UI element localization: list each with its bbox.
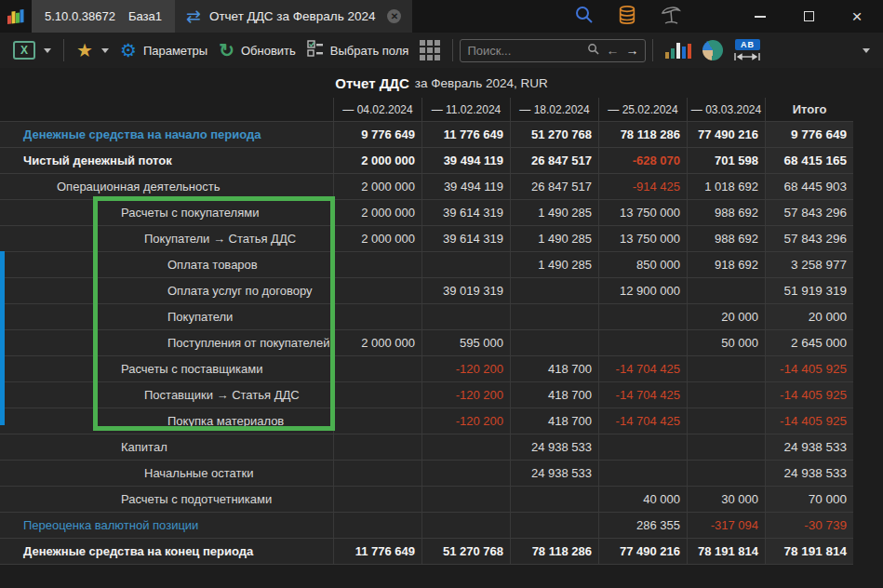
row-label[interactable]: Расчеты с покупателями — [0, 200, 333, 225]
row-label[interactable]: Расчеты с подотчетниками — [0, 487, 333, 512]
cell-value[interactable] — [510, 278, 598, 303]
search-prev-icon[interactable]: ← — [606, 44, 619, 57]
cell-value[interactable] — [333, 304, 421, 329]
cell-value[interactable] — [687, 434, 765, 460]
row-label[interactable]: Покупка материалов — [0, 408, 333, 434]
cell-value[interactable] — [421, 487, 510, 512]
row-label[interactable]: Переоценка валютной позиции — [0, 513, 333, 538]
table-row[interactable]: Покупатели → Статья ДДС2 000 00039 614 3… — [0, 226, 853, 252]
cell-value[interactable]: 286 355 — [598, 513, 687, 538]
cell-value[interactable]: 77 490 216 — [598, 539, 687, 564]
cell-value[interactable] — [687, 408, 765, 434]
cell-value[interactable] — [421, 304, 510, 329]
cell-value[interactable] — [333, 278, 421, 303]
table-row[interactable]: Поставщики → Статья ДДС-120 200418 700-1… — [0, 382, 853, 408]
cell-value[interactable]: 78 191 814 — [687, 539, 765, 564]
cell-value[interactable]: 24 938 533 — [510, 461, 598, 486]
cell-value[interactable]: 2 000 000 — [333, 174, 421, 199]
cell-value[interactable]: 20 000 — [687, 304, 765, 329]
database-icon[interactable] — [617, 5, 637, 29]
cell-value[interactable]: 40 000 — [598, 487, 687, 512]
row-label[interactable]: Чистый денежный поток — [0, 148, 333, 173]
table-row[interactable]: Расчеты с подотчетниками40 00030 00070 0… — [0, 487, 853, 513]
cell-value[interactable]: 2 000 000 — [333, 330, 421, 355]
cell-value[interactable]: 77 490 216 — [687, 122, 765, 147]
cell-value[interactable]: -14 704 425 — [598, 408, 687, 434]
table-row[interactable]: Расчеты с покупателями2 000 00039 614 31… — [0, 200, 853, 226]
cell-value[interactable] — [598, 330, 687, 355]
tab-close-icon[interactable]: ✕ — [387, 9, 401, 23]
cell-value[interactable]: 51 270 768 — [510, 122, 598, 147]
column-header[interactable]: — 25.02.2024 — [598, 98, 687, 121]
cell-value[interactable]: 68 415 165 — [765, 148, 853, 173]
row-label[interactable]: Покупатели — [0, 304, 333, 329]
cell-value[interactable]: 2 000 000 — [333, 200, 421, 225]
cell-value[interactable] — [510, 304, 598, 329]
cell-value[interactable]: 9 776 649 — [765, 122, 853, 147]
export-excel-button[interactable]: X — [7, 36, 57, 64]
cell-value[interactable]: 13 750 000 — [598, 200, 687, 225]
row-label[interactable]: Поставщики → Статья ДДС — [0, 382, 333, 408]
cell-value[interactable]: 1 490 285 — [510, 200, 598, 225]
layout-grid-button[interactable] — [414, 36, 446, 64]
row-label[interactable]: Оплата услуг по договору — [0, 278, 333, 303]
cell-value[interactable]: 20 000 — [765, 304, 853, 329]
cell-value[interactable]: 24 938 533 — [510, 434, 598, 460]
table-row[interactable]: Поступления от покупателей2 000 000595 0… — [0, 330, 853, 356]
cell-value[interactable]: 418 700 — [510, 382, 598, 408]
cell-value[interactable]: 9 776 649 — [333, 122, 421, 147]
cell-value[interactable]: 1 018 692 — [687, 174, 765, 199]
table-row[interactable]: Переоценка валютной позиции286 355-317 0… — [0, 513, 853, 539]
cell-value[interactable]: 988 692 — [687, 226, 765, 251]
cell-value[interactable]: 701 598 — [687, 148, 765, 173]
cell-value[interactable]: 12 900 000 — [598, 278, 687, 303]
minimize-button[interactable] — [747, 5, 773, 29]
beach-umbrella-icon[interactable] — [660, 4, 682, 30]
cell-value[interactable]: 26 847 517 — [510, 174, 598, 199]
cell-value[interactable]: 57 843 296 — [765, 200, 853, 225]
cell-value[interactable]: 11 776 649 — [421, 122, 510, 147]
cell-value[interactable]: 24 938 533 — [765, 461, 853, 486]
column-header[interactable]: Итого — [765, 98, 853, 121]
cell-value[interactable]: -14 405 925 — [765, 408, 853, 434]
cell-value[interactable]: 418 700 — [510, 356, 598, 381]
cell-value[interactable] — [333, 461, 421, 486]
cell-value[interactable]: 1 490 285 — [510, 252, 598, 277]
cell-value[interactable]: 2 000 000 — [333, 226, 421, 251]
cell-value[interactable] — [333, 513, 421, 538]
auto-fit-columns-button[interactable]: AB — [729, 36, 766, 64]
cell-value[interactable]: 70 000 — [765, 487, 853, 512]
parameters-button[interactable]: ⚙ Параметры — [114, 36, 213, 64]
cell-value[interactable]: 51 919 319 — [765, 278, 853, 303]
cell-value[interactable]: 78 118 286 — [510, 539, 598, 564]
table-row[interactable]: Оплата товаров1 490 285850 000918 6923 2… — [0, 252, 853, 278]
table-row[interactable]: Денежные средства на конец периода11 776… — [0, 539, 853, 565]
cell-value[interactable]: 24 938 533 — [765, 434, 853, 460]
cell-value[interactable]: -30 739 — [765, 513, 853, 538]
cell-value[interactable]: 3 258 977 — [765, 252, 853, 277]
refresh-button[interactable]: ↻ Обновить — [213, 36, 301, 64]
table-row[interactable]: Расчеты с поставщиками-120 200418 700-14… — [0, 356, 853, 382]
table-row[interactable]: Покупатели20 00020 000 — [0, 304, 853, 330]
cell-value[interactable]: -120 200 — [421, 408, 510, 434]
column-header[interactable]: — 11.02.2024 — [421, 98, 510, 121]
cell-value[interactable] — [687, 356, 765, 381]
cell-value[interactable]: 68 445 903 — [765, 174, 853, 199]
table-row[interactable]: Оплата услуг по договору39 019 31912 900… — [0, 278, 853, 304]
cell-value[interactable]: 78 118 286 — [598, 122, 687, 147]
cell-value[interactable]: -14 704 425 — [598, 382, 687, 408]
column-header[interactable]: — 03.03.2024 — [687, 98, 765, 121]
table-row[interactable]: Операционная деятельность2 000 00039 494… — [0, 174, 853, 200]
cell-value[interactable]: 2 645 000 — [765, 330, 853, 355]
cell-value[interactable] — [333, 487, 421, 512]
cell-value[interactable]: -14 405 925 — [765, 382, 853, 408]
report-tab[interactable]: ⇄ Отчет ДДС за Февраль 2024 ✕ — [175, 0, 413, 33]
cell-value[interactable]: 39 614 319 — [421, 226, 510, 251]
cell-value[interactable] — [510, 513, 598, 538]
cell-value[interactable]: -14 704 425 — [598, 356, 687, 381]
cell-value[interactable]: 30 000 — [687, 487, 765, 512]
row-label[interactable]: Покупатели → Статья ДДС — [0, 226, 333, 251]
close-button[interactable]: × — [844, 5, 870, 29]
cell-value[interactable] — [687, 382, 765, 408]
table-row[interactable]: Денежные средства на начало периода9 776… — [0, 122, 853, 148]
